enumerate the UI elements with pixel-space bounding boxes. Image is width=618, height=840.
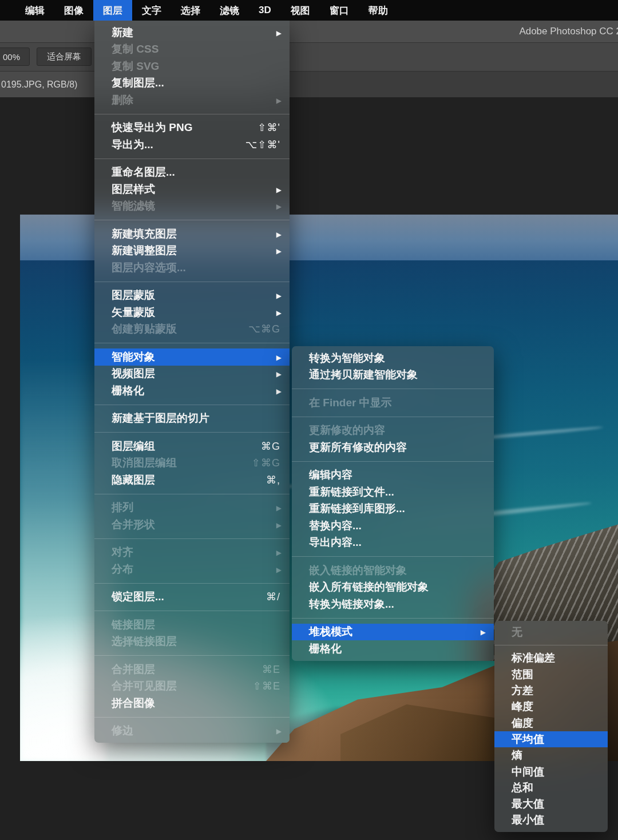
document-tab-strip: 0195.JPG, RGB/8) [0, 72, 618, 97]
menu-item-label: 图层编组 [112, 439, 155, 454]
menu-item-replace-contents[interactable]: 替换内容... [292, 517, 494, 534]
menu-separator [292, 461, 494, 462]
menu-item-label: 矢量蒙版 [112, 305, 155, 320]
menu-item-label: 新建 [112, 25, 133, 40]
menu-item-label: 更新修改的内容 [309, 423, 385, 438]
menu-item-label: 复制 SVG [112, 59, 159, 74]
menu-item-export-contents[interactable]: 导出内容... [292, 534, 494, 552]
menu-item-group-layers[interactable]: 图层编组⌘G [94, 438, 290, 455]
menu-item-label: 无 [512, 625, 522, 640]
menu-item-rename-layer[interactable]: 重命名图层... [94, 164, 290, 181]
menubar-item-select[interactable]: 选择 [171, 0, 210, 21]
menu-item-delete: 删除▶ [94, 92, 290, 109]
menu-item-video-layers[interactable]: 视频图层▶ [94, 366, 290, 383]
menu-item-duplicate-layer[interactable]: 复制图层... [94, 75, 290, 92]
menu-item-new-adjustment-layer[interactable]: 新建调整图层▶ [94, 243, 290, 260]
menu-item-link-layers: 链接图层 [94, 616, 290, 633]
menu-item-export-as[interactable]: 导出为...⌥⇧⌘' [94, 136, 290, 153]
zoom-level-button[interactable]: 00% [0, 47, 30, 66]
menu-item-embed-linked: 嵌入链接的智能对象 [292, 562, 494, 579]
menu-item-label: 转换为智能对象 [309, 351, 385, 366]
menu-item-merge-visible-layers: 合并可见图层⇧⌘E [94, 678, 290, 695]
menu-item-kurtosis[interactable]: 峰度 [494, 699, 608, 715]
menu-item-median[interactable]: 中间值 [494, 763, 608, 779]
menubar-item-window[interactable]: 窗口 [320, 0, 359, 21]
menu-item-summation[interactable]: 总和 [494, 780, 608, 796]
menu-item-range[interactable]: 范围 [494, 667, 608, 683]
menu-separator [292, 417, 494, 417]
menu-separator [292, 618, 494, 619]
menu-item-smart-objects[interactable]: 智能对象▶ [94, 348, 290, 366]
menu-item-shortcut: ⌘E [262, 663, 282, 676]
title-bar: Adobe Photoshop CC 2 [0, 21, 618, 43]
menubar-item-layer[interactable]: 图层 [93, 0, 132, 21]
menu-item-layer-mask[interactable]: 图层蒙版▶ [94, 287, 290, 304]
menu-item-label: 选择链接图层 [112, 634, 177, 649]
menu-item-label: 嵌入链接的智能对象 [309, 563, 407, 578]
menubar-item-3d[interactable]: 3D [249, 0, 281, 21]
menu-item-variance[interactable]: 方差 [494, 683, 608, 699]
menu-item-convert-to-smart-object[interactable]: 转换为智能对象 [292, 350, 494, 367]
menu-item-label: 重命名图层... [112, 165, 175, 180]
menu-item-label: 创建剪贴蒙版 [112, 322, 177, 336]
menu-item-new[interactable]: 新建▶ [94, 24, 290, 41]
menu-item-embed-all-linked[interactable]: 嵌入所有链接的智能对象 [292, 579, 494, 596]
menu-item-rasterize[interactable]: 栅格化▶ [94, 382, 290, 399]
menu-item-rasterize[interactable]: 栅格化 [292, 640, 494, 657]
menu-item-combine-shapes: 合并形状▶ [94, 516, 290, 533]
submenu-arrow-icon: ▶ [276, 29, 282, 37]
menu-item-label: 栅格化 [112, 383, 144, 398]
menu-item-copy-css: 复制 CSS [94, 41, 290, 58]
menu-item-label: 平均值 [512, 732, 544, 747]
menu-item-relink-to-file[interactable]: 重新链接到文件... [292, 484, 494, 501]
fit-screen-button[interactable]: 适合屏幕 [37, 47, 92, 66]
menu-item-label: 重新链接到文件... [309, 485, 394, 500]
menu-item-maximum[interactable]: 最大值 [494, 796, 608, 812]
menu-item-align: 对齐▶ [94, 544, 290, 561]
menu-item-update-all-modified-content[interactable]: 更新所有修改的内容 [292, 439, 494, 456]
menubar-item-filter[interactable]: 滤镜 [210, 0, 249, 21]
menu-item-convert-to-linked[interactable]: 转换为链接对象... [292, 596, 494, 613]
menu-item-relink-to-library-graphic[interactable]: 重新链接到库图形... [292, 501, 494, 518]
menu-item-lock-layers[interactable]: 锁定图层...⌘/ [94, 589, 290, 606]
menu-separator [292, 389, 494, 389]
menu-item-create-clipping-mask: 创建剪贴蒙版⌥⌘G [94, 321, 290, 338]
menu-item-hide-layers[interactable]: 隐藏图层⌘, [94, 471, 290, 489]
menu-item-label: 新建填充图层 [112, 227, 177, 241]
menu-separator [94, 405, 290, 405]
menu-item-skewness[interactable]: 偏度 [494, 715, 608, 731]
menu-item-stack-mode[interactable]: 堆栈模式▶ [292, 624, 494, 641]
menu-item-label: 复制图层... [112, 76, 164, 90]
menu-item-entropy[interactable]: 熵 [494, 747, 608, 763]
app-title: Adobe Photoshop CC 2 [519, 26, 618, 37]
menu-item-new-fill-layer[interactable]: 新建填充图层▶ [94, 225, 290, 243]
menu-item-new-layer-based-slice[interactable]: 新建基于图层的切片 [94, 410, 290, 427]
smart-object-submenu: 转换为智能对象通过拷贝新建智能对象在 Finder 中显示更新修改的内容更新所有… [292, 346, 494, 661]
menu-separator [94, 159, 290, 159]
menu-item-label: 偏度 [512, 716, 533, 731]
menubar-item-image[interactable]: 图像 [54, 0, 93, 21]
menu-item-label: 链接图层 [112, 617, 155, 632]
menubar-item-edit[interactable]: 编辑 [15, 0, 54, 21]
menu-item-label: 图层内容选项... [112, 260, 186, 275]
menu-item-label: 分布 [112, 562, 133, 577]
menubar-item-help[interactable]: 帮助 [359, 0, 398, 21]
menu-item-edit-contents[interactable]: 编辑内容 [292, 467, 494, 484]
menubar-item-view[interactable]: 视图 [281, 0, 320, 21]
menu-separator [292, 556, 494, 557]
menu-item-minimum[interactable]: 最小值 [494, 812, 608, 828]
menu-item-label: 熵 [512, 748, 522, 763]
menu-item-new-smart-object-via-copy[interactable]: 通过拷贝新建智能对象 [292, 367, 494, 384]
menu-item-layer-style[interactable]: 图层样式▶ [94, 181, 290, 198]
menu-item-shortcut: ⌘G [261, 440, 282, 453]
menu-item-standard-deviation[interactable]: 标准偏差 [494, 650, 608, 666]
menu-item-flatten-image[interactable]: 拼合图像 [94, 695, 290, 712]
menu-item-smart-filter: 智能滤镜▶ [94, 198, 290, 215]
menu-item-quick-export-png[interactable]: 快速导出为 PNG⇧⌘' [94, 120, 290, 137]
menu-item-label: 合并可见图层 [112, 679, 177, 694]
menubar-item-type[interactable]: 文字 [132, 0, 171, 21]
menu-separator [94, 655, 290, 656]
menu-item-mean[interactable]: 平均值 [494, 731, 608, 747]
menu-item-vector-mask[interactable]: 矢量蒙版▶ [94, 304, 290, 321]
menu-item-label: 最小值 [512, 813, 544, 827]
